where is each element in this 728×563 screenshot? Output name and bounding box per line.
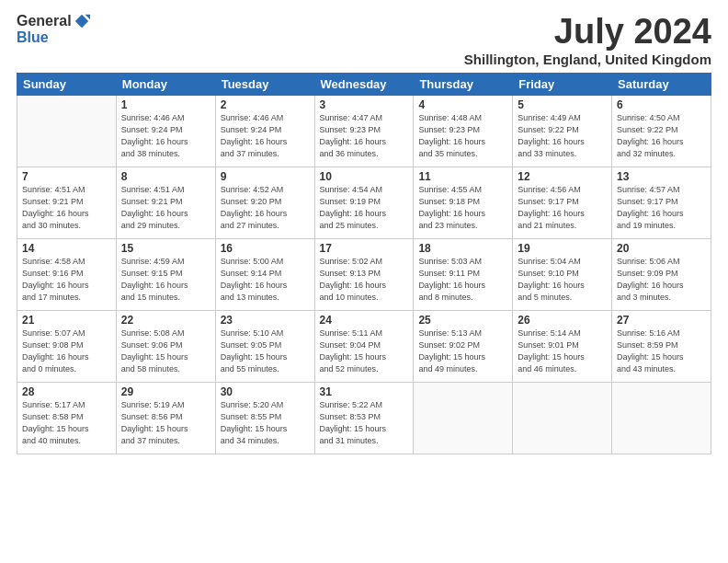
col-friday: Friday — [513, 73, 612, 95]
col-saturday: Saturday — [612, 73, 711, 95]
day-info: Sunrise: 4:46 AMSunset: 9:24 PMDaylight:… — [221, 112, 310, 160]
day-number: 3 — [320, 98, 409, 111]
table-row: 27Sunrise: 5:16 AMSunset: 8:59 PMDayligh… — [612, 310, 711, 382]
table-row: 8Sunrise: 4:51 AMSunset: 9:21 PMDaylight… — [116, 167, 215, 238]
day-info: Sunrise: 4:55 AMSunset: 9:18 PMDaylight:… — [418, 184, 507, 232]
day-number: 6 — [617, 98, 706, 111]
header: General Blue July 2024 Shillington, Engl… — [17, 13, 711, 67]
day-number: 21 — [22, 314, 111, 327]
table-row: 6Sunrise: 4:50 AMSunset: 9:22 PMDaylight… — [612, 95, 711, 167]
table-row: 28Sunrise: 5:17 AMSunset: 8:58 PMDayligh… — [17, 382, 117, 454]
svg-marker-0 — [74, 15, 87, 28]
day-number: 20 — [617, 242, 706, 255]
day-info: Sunrise: 5:06 AMSunset: 9:09 PMDaylight:… — [617, 256, 706, 304]
calendar-week-row: 14Sunrise: 4:58 AMSunset: 9:16 PMDayligh… — [17, 238, 711, 310]
day-number: 18 — [418, 242, 507, 255]
day-info: Sunrise: 4:51 AMSunset: 9:21 PMDaylight:… — [22, 184, 111, 232]
day-number: 11 — [418, 170, 507, 183]
table-row: 2Sunrise: 4:46 AMSunset: 9:24 PMDaylight… — [215, 95, 314, 167]
col-thursday: Thursday — [414, 73, 513, 95]
day-number: 23 — [221, 314, 310, 327]
table-row: 7Sunrise: 4:51 AMSunset: 9:21 PMDaylight… — [17, 167, 117, 238]
day-info: Sunrise: 4:51 AMSunset: 9:21 PMDaylight:… — [121, 184, 210, 232]
calendar-week-row: 21Sunrise: 5:07 AMSunset: 9:08 PMDayligh… — [17, 310, 711, 382]
table-row: 9Sunrise: 4:52 AMSunset: 9:20 PMDaylight… — [215, 167, 314, 238]
table-row: 14Sunrise: 4:58 AMSunset: 9:16 PMDayligh… — [17, 238, 117, 310]
table-row: 22Sunrise: 5:08 AMSunset: 9:06 PMDayligh… — [116, 310, 215, 382]
table-row: 16Sunrise: 5:00 AMSunset: 9:14 PMDayligh… — [215, 238, 314, 310]
day-number: 16 — [221, 242, 310, 255]
day-number: 7 — [22, 170, 111, 183]
location-title: Shillington, England, United Kingdom — [464, 52, 711, 67]
page: General Blue July 2024 Shillington, Engl… — [0, 0, 728, 563]
day-info: Sunrise: 5:20 AMSunset: 8:55 PMDaylight:… — [221, 399, 310, 447]
day-info: Sunrise: 5:03 AMSunset: 9:11 PMDaylight:… — [418, 256, 507, 304]
day-info: Sunrise: 4:52 AMSunset: 9:20 PMDaylight:… — [221, 184, 310, 232]
table-row: 12Sunrise: 4:56 AMSunset: 9:17 PMDayligh… — [513, 167, 612, 238]
day-info: Sunrise: 4:56 AMSunset: 9:17 PMDaylight:… — [518, 184, 607, 232]
calendar: Sunday Monday Tuesday Wednesday Thursday… — [17, 73, 711, 454]
table-row: 20Sunrise: 5:06 AMSunset: 9:09 PMDayligh… — [612, 238, 711, 310]
table-row: 15Sunrise: 4:59 AMSunset: 9:15 PMDayligh… — [116, 238, 215, 310]
day-number: 2 — [221, 98, 310, 111]
day-number: 8 — [121, 170, 210, 183]
table-row: 11Sunrise: 4:55 AMSunset: 9:18 PMDayligh… — [414, 167, 513, 238]
table-row: 3Sunrise: 4:47 AMSunset: 9:23 PMDaylight… — [314, 95, 414, 167]
day-info: Sunrise: 5:11 AMSunset: 9:04 PMDaylight:… — [320, 327, 409, 375]
logo-general: General — [17, 13, 72, 29]
logo-blue: Blue — [17, 29, 49, 45]
table-row: 26Sunrise: 5:14 AMSunset: 9:01 PMDayligh… — [513, 310, 612, 382]
table-row: 13Sunrise: 4:57 AMSunset: 9:17 PMDayligh… — [612, 167, 711, 238]
day-info: Sunrise: 4:46 AMSunset: 9:24 PMDaylight:… — [121, 112, 210, 160]
day-number: 28 — [22, 385, 111, 398]
table-row: 1Sunrise: 4:46 AMSunset: 9:24 PMDaylight… — [116, 95, 215, 167]
col-monday: Monday — [116, 73, 215, 95]
table-row — [513, 382, 612, 454]
table-row: 29Sunrise: 5:19 AMSunset: 8:56 PMDayligh… — [116, 382, 215, 454]
day-info: Sunrise: 5:08 AMSunset: 9:06 PMDaylight:… — [121, 327, 210, 375]
day-info: Sunrise: 5:14 AMSunset: 9:01 PMDaylight:… — [518, 327, 607, 375]
table-row: 23Sunrise: 5:10 AMSunset: 9:05 PMDayligh… — [215, 310, 314, 382]
day-number: 15 — [121, 242, 210, 255]
day-info: Sunrise: 4:48 AMSunset: 9:23 PMDaylight:… — [418, 112, 507, 160]
calendar-header-row: Sunday Monday Tuesday Wednesday Thursday… — [17, 73, 711, 95]
day-number: 31 — [320, 385, 409, 398]
table-row: 30Sunrise: 5:20 AMSunset: 8:55 PMDayligh… — [215, 382, 314, 454]
table-row: 19Sunrise: 5:04 AMSunset: 9:10 PMDayligh… — [513, 238, 612, 310]
month-title: July 2024 — [464, 13, 711, 52]
day-info: Sunrise: 5:13 AMSunset: 9:02 PMDaylight:… — [418, 327, 507, 375]
day-number: 5 — [518, 98, 607, 111]
day-info: Sunrise: 5:10 AMSunset: 9:05 PMDaylight:… — [221, 327, 310, 375]
day-number: 13 — [617, 170, 706, 183]
table-row: 25Sunrise: 5:13 AMSunset: 9:02 PMDayligh… — [414, 310, 513, 382]
calendar-week-row: 7Sunrise: 4:51 AMSunset: 9:21 PMDaylight… — [17, 167, 711, 238]
day-info: Sunrise: 5:17 AMSunset: 8:58 PMDaylight:… — [22, 399, 111, 447]
day-number: 19 — [518, 242, 607, 255]
table-row: 24Sunrise: 5:11 AMSunset: 9:04 PMDayligh… — [314, 310, 414, 382]
day-number: 4 — [418, 98, 507, 111]
table-row: 4Sunrise: 4:48 AMSunset: 9:23 PMDaylight… — [414, 95, 513, 167]
table-row: 10Sunrise: 4:54 AMSunset: 9:19 PMDayligh… — [314, 167, 414, 238]
day-info: Sunrise: 4:47 AMSunset: 9:23 PMDaylight:… — [320, 112, 409, 160]
logo-icon — [74, 13, 90, 29]
col-tuesday: Tuesday — [215, 73, 314, 95]
table-row — [414, 382, 513, 454]
day-info: Sunrise: 5:22 AMSunset: 8:53 PMDaylight:… — [320, 399, 409, 447]
table-row: 31Sunrise: 5:22 AMSunset: 8:53 PMDayligh… — [314, 382, 414, 454]
day-number: 22 — [121, 314, 210, 327]
day-info: Sunrise: 4:49 AMSunset: 9:22 PMDaylight:… — [518, 112, 607, 160]
table-row: 17Sunrise: 5:02 AMSunset: 9:13 PMDayligh… — [314, 238, 414, 310]
title-section: July 2024 Shillington, England, United K… — [464, 13, 711, 67]
col-sunday: Sunday — [17, 73, 117, 95]
day-info: Sunrise: 4:59 AMSunset: 9:15 PMDaylight:… — [121, 256, 210, 304]
day-info: Sunrise: 5:00 AMSunset: 9:14 PMDaylight:… — [221, 256, 310, 304]
day-info: Sunrise: 4:54 AMSunset: 9:19 PMDaylight:… — [320, 184, 409, 232]
day-number: 27 — [617, 314, 706, 327]
day-number: 12 — [518, 170, 607, 183]
day-number: 1 — [121, 98, 210, 111]
day-number: 26 — [518, 314, 607, 327]
day-number: 9 — [221, 170, 310, 183]
calendar-week-row: 28Sunrise: 5:17 AMSunset: 8:58 PMDayligh… — [17, 382, 711, 454]
day-info: Sunrise: 5:02 AMSunset: 9:13 PMDaylight:… — [320, 256, 409, 304]
table-row — [17, 95, 117, 167]
